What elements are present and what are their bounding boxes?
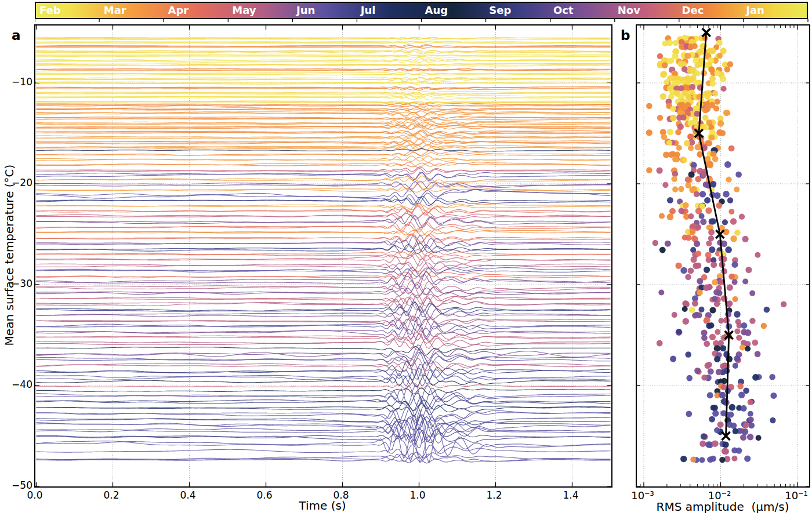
time-tick-label: 1.2: [486, 489, 502, 501]
rms-tick-label: 10⁻¹: [785, 489, 808, 502]
figure: Feb Mar Apr May Jun Jul Aug Sep Oct Nov …: [0, 0, 812, 516]
temperature-tick-label: −30: [5, 278, 32, 289]
time-tick-label: 1.0: [409, 489, 425, 501]
month-label-feb: Feb: [39, 3, 61, 18]
time-tick-label: 0.0: [27, 489, 42, 501]
panel-a-letter: a: [12, 28, 21, 43]
temperature-tick-label: −10: [5, 76, 32, 88]
rms-axis-label: RMS amplitude (μm/s): [657, 500, 789, 514]
rms-tick-label: 10⁻²: [708, 489, 731, 502]
temperature-tick-label: −50: [5, 479, 32, 491]
month-label-nov: Nov: [618, 3, 640, 18]
month-label-jun: Jun: [296, 3, 315, 18]
waveform-axes: [34, 24, 612, 488]
month-label-jan: Jan: [746, 3, 764, 18]
temperature-tick-label: −20: [5, 177, 32, 188]
rms-scatter-plot: [637, 26, 809, 486]
rms-tick-label: 10⁻³: [631, 489, 654, 502]
month-colorbar: Feb Mar Apr May Jun Jul Aug Sep Oct Nov …: [35, 2, 808, 19]
time-tick-label: 0.2: [103, 489, 119, 501]
month-label-sep: Sep: [489, 3, 511, 18]
temperature-axis-label: Mean surface temperature (°C): [2, 165, 16, 346]
time-tick-label: 0.4: [180, 489, 195, 501]
month-label-jul: Jul: [361, 3, 376, 18]
month-label-dec: Dec: [682, 3, 704, 18]
panel-b-letter: b: [621, 28, 630, 43]
time-tick-label: 0.8: [333, 489, 349, 501]
month-label-oct: Oct: [553, 3, 574, 18]
waveform-plot: [35, 26, 611, 486]
month-colorbar-ticks: [35, 19, 809, 23]
rms-axes: [636, 24, 810, 488]
month-label-mar: Mar: [104, 3, 126, 18]
temperature-tick-label: −40: [5, 379, 32, 390]
time-tick-label: 1.4: [563, 489, 578, 501]
month-label-aug: Aug: [425, 3, 448, 18]
month-label-apr: Apr: [168, 3, 189, 18]
month-label-may: May: [232, 3, 256, 18]
time-tick-label: 0.6: [256, 489, 272, 501]
